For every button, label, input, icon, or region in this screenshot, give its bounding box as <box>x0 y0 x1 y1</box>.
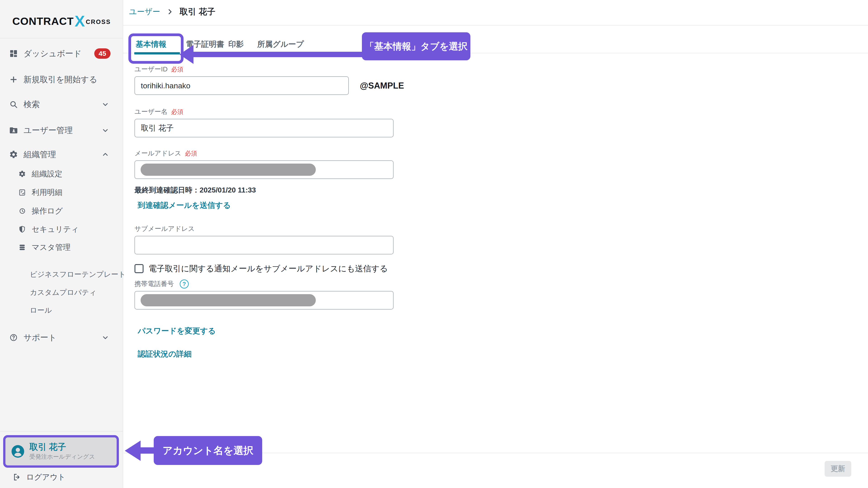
app-root: CONTRACT X CROSS ダッシュボード 45 新規取引を開始する 検索 <box>0 0 868 488</box>
sidebar-logo-divider <box>0 38 123 38</box>
notification-count-badge: 45 <box>94 48 111 59</box>
sidebar-item-label: 新規取引を開始する <box>24 74 97 85</box>
user-basic-info-form: ユーザーID 必須 ユーザー名 必須 メールアドレス 必須 最終到達確認日時：2… <box>134 65 395 359</box>
sidebar-item-dashboard[interactable]: ダッシュボード 45 <box>0 47 123 60</box>
sidebar-item-support[interactable]: サポート <box>0 331 123 344</box>
dashboard-icon <box>9 49 18 58</box>
sidebar-item-org-management[interactable]: 組織管理 <box>0 148 123 161</box>
required-badge: 必須 <box>171 108 183 116</box>
sidebar-item-label: ビジネスフローテンプレート <box>30 269 126 280</box>
sidebar-item-label: ロール <box>30 305 52 315</box>
logout-label: ログアウト <box>26 472 66 482</box>
chevron-up-icon <box>101 151 109 158</box>
chevron-down-icon <box>101 101 109 108</box>
sidebar-item-label: 組織管理 <box>24 149 56 160</box>
logout-button[interactable]: ログアウト <box>0 470 123 484</box>
user-id-domain-suffix: @SAMPLE <box>360 76 404 95</box>
notify-checkbox[interactable] <box>134 264 144 273</box>
redacted-value <box>141 164 316 176</box>
sub-email-label-row: サブメールアドレス <box>134 225 395 233</box>
sidebar-item-new-transaction[interactable]: 新規取引を開始する <box>0 73 123 86</box>
account-menu-button[interactable]: 取引 花子 受発注ホールディングス <box>3 435 119 468</box>
sidebar-item-label: 利用明細 <box>32 187 62 198</box>
account-organization: 受発注ホールディングス <box>29 453 95 461</box>
user-name-label-row: ユーザー名 必須 <box>134 107 395 116</box>
sidebar-item-custom-property[interactable]: カスタムプロパティ <box>0 286 153 299</box>
notify-checkbox-label: 電子取引に関する通知メールをサブメールアドレスにも送信する <box>149 263 388 274</box>
tab-callout: 「基本情報」タブを選択 <box>362 32 470 60</box>
user-name-label: ユーザー名 <box>134 107 167 116</box>
sidebar-item-label: 検索 <box>24 99 40 110</box>
email-input[interactable] <box>134 160 394 179</box>
mobile-label-row: 携帯電話番号 ? <box>134 280 395 288</box>
change-password-link[interactable]: パスワードを変更する <box>138 326 216 336</box>
sidebar-item-usage-details[interactable]: 利用明細 <box>0 186 123 199</box>
history-icon <box>18 207 26 215</box>
breadcrumb-users-link[interactable]: ユーザー <box>129 6 160 17</box>
sub-email-label: サブメールアドレス <box>134 224 195 233</box>
sub-email-input[interactable] <box>134 236 394 254</box>
help-question-icon[interactable]: ? <box>180 280 189 289</box>
update-button[interactable]: 更新 <box>825 461 851 477</box>
sidebar-item-operation-log[interactable]: 操作ログ <box>0 204 123 218</box>
sidebar: CONTRACT X CROSS ダッシュボード 45 新規取引を開始する 検索 <box>0 0 123 488</box>
sidebar-item-role[interactable]: ロール <box>0 304 153 317</box>
mobile-label: 携帯電話番号 <box>134 280 174 289</box>
document-check-icon <box>18 188 26 197</box>
sidebar-bottom-divider <box>0 431 123 431</box>
tab-seal[interactable]: 印影 <box>228 38 244 50</box>
sidebar-item-label: カスタムプロパティ <box>30 288 96 297</box>
sidebar-item-security[interactable]: セキュリティ <box>0 223 123 236</box>
breadcrumb-current-page: 取引 花子 <box>180 6 215 18</box>
tab-groups[interactable]: 所属グループ <box>257 38 304 50</box>
user-id-label-row: ユーザーID 必須 <box>134 65 395 74</box>
required-badge: 必須 <box>171 65 183 73</box>
sidebar-item-label: 組織設定 <box>32 169 62 179</box>
user-id-label: ユーザーID <box>134 65 167 74</box>
email-label-row: メールアドレス 必須 <box>134 149 395 158</box>
annotation-arrow-shaft <box>193 52 363 57</box>
account-text: 取引 花子 受発注ホールディングス <box>29 442 95 461</box>
tab-highlight-outline <box>128 33 184 64</box>
logo-text-contract: CONTRACT <box>12 15 74 27</box>
sidebar-item-label: マスタ管理 <box>32 242 70 253</box>
user-id-input[interactable] <box>134 76 349 95</box>
annotation-arrowhead <box>125 441 141 461</box>
auth-status-detail-link[interactable]: 認証状況の詳細 <box>138 349 192 359</box>
email-label: メールアドレス <box>134 149 181 158</box>
chevron-down-icon <box>101 334 109 341</box>
account-callout: アカウント名を選択 <box>154 436 262 465</box>
sidebar-item-user-management[interactable]: ユーザー管理 <box>0 124 123 137</box>
last-delivery-check-text: 最終到達確認日時：2025/01/20 11:33 <box>134 186 395 195</box>
gear-icon <box>9 150 18 159</box>
plus-icon <box>9 75 18 84</box>
help-circle-icon <box>9 333 18 342</box>
required-badge: 必須 <box>185 149 197 158</box>
sidebar-item-label: サポート <box>24 332 57 343</box>
redacted-value <box>141 294 316 306</box>
sidebar-item-label: ダッシュボード <box>24 48 82 59</box>
logo-text-cross: CROSS <box>86 19 111 26</box>
breadcrumb: ユーザー 取引 花子 <box>129 6 215 17</box>
search-icon <box>9 100 18 109</box>
mobile-input[interactable] <box>134 291 394 310</box>
account-name: 取引 花子 <box>29 442 95 452</box>
chevron-down-icon <box>101 127 109 134</box>
chevron-right-icon <box>166 8 174 15</box>
folder-user-icon <box>9 126 18 135</box>
annotation-arrowhead <box>180 45 193 64</box>
sidebar-item-master-management[interactable]: マスタ管理 <box>0 240 123 254</box>
user-avatar-icon <box>11 445 24 458</box>
send-delivery-check-mail-link[interactable]: 到達確認メールを送信する <box>138 200 231 210</box>
sidebar-item-label: ユーザー管理 <box>24 125 73 136</box>
sidebar-item-org-settings[interactable]: 組織設定 <box>0 167 123 181</box>
user-name-input[interactable] <box>134 119 394 137</box>
sidebar-item-business-flow-template[interactable]: ビジネスフローテンプレート <box>0 268 153 281</box>
database-icon <box>18 243 26 252</box>
sidebar-item-label: セキュリティ <box>32 224 79 234</box>
logout-icon <box>13 473 21 482</box>
app-logo[interactable]: CONTRACT X CROSS <box>0 8 123 33</box>
gear-outline-icon <box>18 170 26 178</box>
sidebar-item-search[interactable]: 検索 <box>0 98 123 111</box>
notify-checkbox-row: 電子取引に関する通知メールをサブメールアドレスにも送信する <box>134 263 395 274</box>
